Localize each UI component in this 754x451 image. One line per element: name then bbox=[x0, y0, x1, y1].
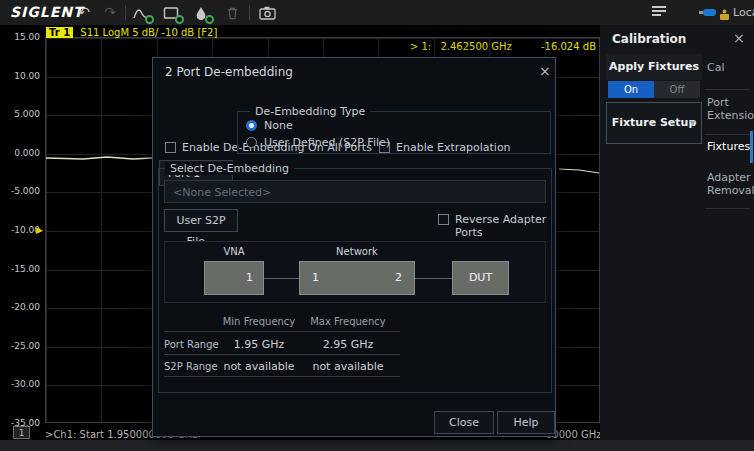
rail-separator bbox=[705, 89, 750, 90]
y-axis-label: 5.000 bbox=[2, 109, 40, 119]
window-badge-icon bbox=[175, 15, 184, 24]
table-line bbox=[164, 331, 400, 332]
sidebar-close-icon[interactable]: × bbox=[733, 30, 745, 46]
y-axis-label: -20.00 bbox=[2, 302, 40, 312]
table-row-label: Port Range bbox=[164, 339, 219, 350]
y-axis-label: -25.00 bbox=[2, 341, 40, 351]
table-line bbox=[164, 376, 400, 377]
rail-separator bbox=[705, 134, 750, 135]
marker-drop-icon[interactable] bbox=[190, 3, 212, 22]
active-tab-indicator bbox=[750, 131, 753, 163]
vna-label: VNA bbox=[204, 246, 264, 257]
user-s2p-file-button[interactable]: User S2P File... bbox=[164, 209, 238, 232]
dialog-close-icon[interactable]: × bbox=[539, 63, 551, 79]
apply-fixtures-label: Apply Fixtures bbox=[606, 54, 702, 80]
y-axis-label: -10.00 bbox=[2, 225, 40, 235]
trace-settings-icon[interactable] bbox=[130, 3, 152, 22]
connector-wire bbox=[415, 278, 452, 279]
remote-keyboard-icon[interactable] bbox=[719, 6, 730, 18]
type-user-defined-label: User Defined (S2P File) bbox=[264, 136, 390, 149]
de-embedding-type-group: De-Embedding Type None User Defined (S2P… bbox=[237, 111, 551, 154]
dut-box: DUT bbox=[452, 261, 509, 295]
type-none-label: None bbox=[264, 119, 293, 132]
window-layout-icon[interactable] bbox=[160, 3, 182, 22]
calibration-sidebar: Calibration × Apply Fixtures On Off Fixt… bbox=[600, 25, 754, 440]
network-box: 1 2 bbox=[299, 261, 415, 295]
connector-wire bbox=[264, 278, 299, 279]
de-embedding-file-field[interactable]: <None Selected> bbox=[164, 180, 546, 203]
fixture-setup-dropdown[interactable]: Fixture Setup ▾ bbox=[606, 102, 702, 144]
vna-box: 1 bbox=[204, 261, 264, 295]
screenshot-camera-icon[interactable] bbox=[256, 3, 278, 22]
table-header-max: Max Frequency bbox=[303, 316, 393, 327]
help-button[interactable]: Help bbox=[497, 411, 555, 434]
fixture-setup-label: Fixture Setup bbox=[612, 116, 697, 129]
channel-badge[interactable]: 1 bbox=[13, 426, 30, 439]
enable-all-ports-checkbox[interactable] bbox=[165, 142, 176, 153]
redo-icon: ↷ bbox=[99, 3, 121, 22]
toolbar-separator bbox=[125, 5, 126, 20]
tab-fixtures[interactable]: Fixtures bbox=[707, 140, 753, 153]
y-axis-label: 0.000 bbox=[2, 148, 40, 158]
bottom-strip bbox=[0, 440, 754, 451]
network-label: Network bbox=[299, 246, 415, 257]
table-cell: not available bbox=[214, 360, 304, 373]
toggle-off-button[interactable]: Off bbox=[654, 81, 700, 98]
type-user-defined-radio[interactable] bbox=[246, 137, 257, 148]
undo-icon[interactable]: ↶ bbox=[73, 3, 95, 22]
type-none-radio[interactable] bbox=[246, 120, 257, 131]
close-button[interactable]: Close bbox=[434, 411, 494, 434]
tab-port-extension[interactable]: Port Extension bbox=[707, 96, 753, 122]
de-embedding-file-value: <None Selected> bbox=[173, 186, 271, 199]
reference-level-marker-icon: ▶ bbox=[36, 225, 43, 235]
table-cell: 1.95 GHz bbox=[214, 338, 304, 351]
de-embedding-dialog: 2 Port De-embedding × Enable De-Embeddin… bbox=[152, 57, 556, 437]
network-port-1: 1 bbox=[312, 262, 319, 294]
table-line bbox=[164, 354, 400, 355]
y-axis-label: -15.00 bbox=[2, 264, 40, 274]
type-group-label: De-Embedding Type bbox=[250, 105, 370, 118]
table-cell: not available bbox=[303, 360, 393, 373]
de-embedding-diagram: VNA Network 1 1 2 DUT bbox=[164, 241, 546, 303]
sidebar-title: Calibration bbox=[612, 32, 686, 46]
tab-adapter-removal[interactable]: Adapter Removal bbox=[707, 171, 753, 197]
chevron-down-icon: ▾ bbox=[690, 103, 695, 143]
tab-cal[interactable]: Cal bbox=[707, 61, 753, 74]
select-group-label: Select De-Embedding bbox=[165, 162, 294, 175]
vna-screen: SIGLENT ↶ ↷ Local bbox=[0, 0, 754, 451]
rail-separator bbox=[705, 208, 750, 209]
reverse-adapter-ports-checkbox[interactable] bbox=[438, 214, 449, 225]
system-menu-icon[interactable] bbox=[652, 6, 666, 18]
y-axis-label: -30.00 bbox=[2, 379, 40, 389]
table-header-min: Min Frequency bbox=[214, 316, 304, 327]
trace-badge-icon bbox=[145, 15, 154, 24]
y-axis-label: 15.00 bbox=[2, 32, 40, 42]
y-axis-label: -5.000 bbox=[2, 186, 40, 196]
dialog-title: 2 Port De-embedding bbox=[165, 65, 293, 79]
local-mode-label[interactable]: Local bbox=[733, 6, 754, 19]
trash-icon bbox=[221, 3, 243, 22]
table-cell: 2.95 GHz bbox=[303, 338, 393, 351]
y-axis-label: 10.00 bbox=[2, 71, 40, 81]
reverse-adapter-ports-label: Reverse Adapter Ports bbox=[455, 213, 555, 239]
toolbar-separator bbox=[249, 5, 250, 20]
network-port-2: 2 bbox=[395, 262, 402, 294]
marker-badge-icon bbox=[205, 15, 214, 24]
apply-fixtures-toggle: On Off bbox=[608, 81, 700, 98]
table-row-label: S2P Range bbox=[164, 361, 218, 372]
toggle-on-button[interactable]: On bbox=[608, 81, 654, 98]
top-toolbar: SIGLENT ↶ ↷ Local bbox=[0, 0, 754, 25]
